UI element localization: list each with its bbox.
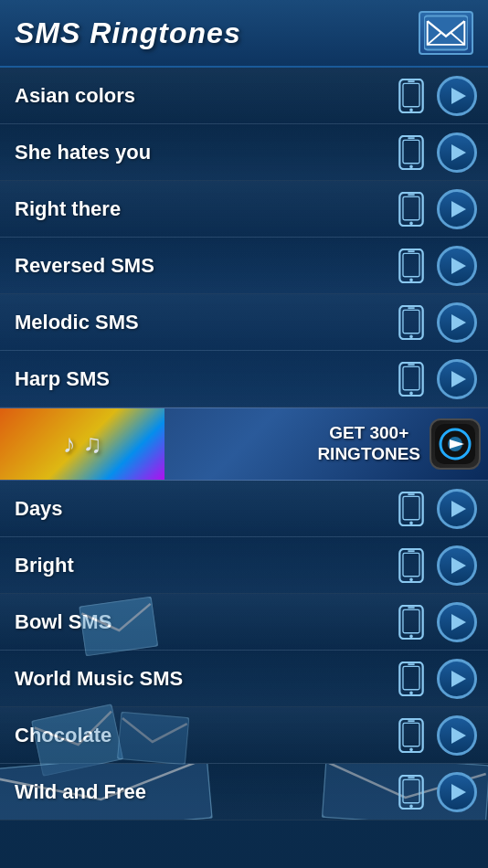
svg-point-36 xyxy=(409,577,413,581)
item-actions xyxy=(393,189,477,229)
ringtone-name: Days xyxy=(15,497,393,521)
svg-rect-38 xyxy=(79,597,158,657)
phone-icon[interactable] xyxy=(393,304,430,341)
ringtone-name: Melodic SMS xyxy=(15,311,393,334)
phone-icon[interactable] xyxy=(393,604,430,640)
play-triangle-icon xyxy=(451,784,466,800)
phone-icon[interactable] xyxy=(393,661,430,697)
ringtone-item: Right there xyxy=(0,181,488,238)
phone-icon[interactable] xyxy=(393,717,430,754)
item-actions xyxy=(393,132,477,173)
svg-rect-56 xyxy=(403,779,419,802)
phone-icon[interactable] xyxy=(393,248,430,284)
item-actions xyxy=(393,76,477,116)
ringtone-list-bottom: Days Bright xyxy=(0,481,488,820)
ringtone-item: Melodic SMS xyxy=(0,294,488,351)
ringtone-item: World Music SMS xyxy=(0,651,488,707)
ringtone-name: Reversed SMS xyxy=(15,254,393,278)
item-actions xyxy=(393,715,477,756)
item-actions xyxy=(393,302,477,343)
svg-point-25 xyxy=(409,391,413,395)
ringtone-item: Asian colors xyxy=(0,68,488,124)
play-triangle-icon xyxy=(451,614,466,630)
phone-icon[interactable] xyxy=(393,191,430,228)
svg-point-41 xyxy=(409,634,413,638)
svg-rect-24 xyxy=(403,366,419,389)
play-triangle-icon xyxy=(451,258,466,274)
ringtone-item: Chocolate xyxy=(0,707,488,764)
svg-rect-16 xyxy=(403,253,419,276)
svg-point-5 xyxy=(409,108,413,111)
phone-icon[interactable] xyxy=(393,78,430,114)
ad-app-icon[interactable] xyxy=(430,418,481,470)
phone-icon[interactable] xyxy=(393,774,430,810)
svg-rect-8 xyxy=(403,140,419,163)
ringtone-item: She hates you xyxy=(0,124,488,181)
phone-icon[interactable] xyxy=(393,134,430,171)
ringtone-item: Reversed SMS xyxy=(0,238,488,294)
svg-point-21 xyxy=(409,334,413,338)
svg-rect-40 xyxy=(403,609,419,632)
svg-rect-35 xyxy=(403,553,419,576)
play-triangle-icon xyxy=(451,727,466,744)
item-actions xyxy=(393,489,477,529)
ringtone-item: Harp SMS xyxy=(0,351,488,408)
play-triangle-icon xyxy=(451,314,466,331)
app-title: SMS Ringtones xyxy=(15,16,241,50)
item-actions xyxy=(393,602,477,642)
play-button[interactable] xyxy=(437,772,477,812)
play-button[interactable] xyxy=(437,715,477,756)
play-button[interactable] xyxy=(437,489,477,529)
envelope-overlay-icon xyxy=(117,712,190,768)
item-actions xyxy=(393,545,477,586)
phone-icon[interactable] xyxy=(393,491,430,527)
ringtone-name: Harp SMS xyxy=(15,367,393,391)
ringtone-item: Wild and Free xyxy=(0,764,488,820)
play-triangle-icon xyxy=(451,501,466,517)
play-triangle-icon xyxy=(451,88,466,104)
play-button[interactable] xyxy=(437,132,477,173)
play-triangle-icon xyxy=(451,671,466,687)
ringtone-list-top: Asian colors She hates you xyxy=(0,68,488,408)
ringtone-name: Right there xyxy=(15,197,393,221)
ringtone-item: Bright xyxy=(0,537,488,594)
svg-rect-20 xyxy=(403,310,419,333)
phone-icon[interactable] xyxy=(393,547,430,584)
play-button[interactable] xyxy=(437,659,477,699)
play-button[interactable] xyxy=(437,189,477,229)
ringtone-name: Wild and Free xyxy=(15,780,393,804)
play-triangle-icon xyxy=(451,371,466,387)
item-actions xyxy=(393,246,477,286)
svg-point-57 xyxy=(409,804,413,808)
ringtone-name: Bowl SMS xyxy=(15,610,393,634)
svg-rect-50 xyxy=(403,723,419,746)
svg-point-51 xyxy=(409,747,413,751)
svg-point-13 xyxy=(409,221,413,225)
play-button[interactable] xyxy=(437,76,477,116)
ringtone-item: Days xyxy=(0,481,488,537)
svg-rect-4 xyxy=(403,83,419,106)
play-button[interactable] xyxy=(437,246,477,286)
item-actions xyxy=(393,659,477,699)
play-button[interactable] xyxy=(437,545,477,586)
play-triangle-icon xyxy=(451,557,466,574)
svg-point-45 xyxy=(409,691,413,694)
play-button[interactable] xyxy=(437,302,477,343)
ringtone-name: Bright xyxy=(15,554,393,577)
svg-point-9 xyxy=(409,164,413,168)
item-actions xyxy=(393,359,477,399)
svg-rect-12 xyxy=(403,196,419,219)
header-envelope-icon xyxy=(419,11,473,55)
ringtone-item: Bowl SMS xyxy=(0,594,488,651)
play-triangle-icon xyxy=(451,201,466,217)
ad-left-image: ♪ ♫ xyxy=(0,408,164,481)
play-button[interactable] xyxy=(437,359,477,399)
ringtone-name: World Music SMS xyxy=(15,667,393,691)
ad-label[interactable]: GET 300+ RINGTONES xyxy=(317,423,420,465)
svg-point-32 xyxy=(409,521,413,524)
svg-rect-44 xyxy=(403,666,419,689)
phone-icon[interactable] xyxy=(393,361,430,397)
play-button[interactable] xyxy=(437,602,477,642)
ringtone-name: She hates you xyxy=(15,141,393,164)
ad-banner[interactable]: ♪ ♫ GET 300+ RINGTONES xyxy=(0,408,488,481)
